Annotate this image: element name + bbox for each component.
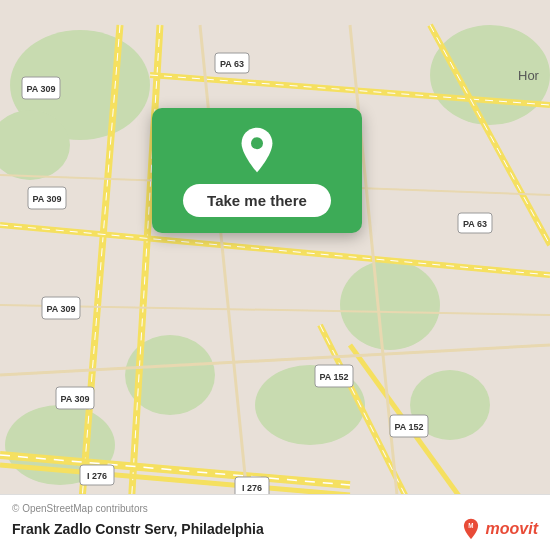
svg-text:PA 309: PA 309	[46, 304, 75, 314]
svg-text:PA 309: PA 309	[32, 194, 61, 204]
svg-text:PA 152: PA 152	[319, 372, 348, 382]
take-me-there-button[interactable]: Take me there	[183, 184, 331, 217]
svg-line-24	[0, 345, 550, 375]
svg-text:I 276: I 276	[242, 483, 262, 493]
svg-text:PA 309: PA 309	[26, 84, 55, 94]
map-svg: PA 309 PA 309 PA 309 PA 309 PA 63 PA 63 …	[0, 0, 550, 550]
moovit-logo: M moovit	[460, 518, 538, 540]
svg-text:I 276: I 276	[87, 471, 107, 481]
svg-point-3	[340, 260, 440, 350]
moovit-icon: M	[460, 518, 482, 540]
map-attribution: © OpenStreetMap contributors	[12, 503, 538, 514]
svg-line-25	[200, 25, 250, 525]
svg-text:PA 309: PA 309	[60, 394, 89, 404]
svg-text:Hor: Hor	[518, 68, 540, 83]
location-card: Take me there	[152, 108, 362, 233]
map-pin-icon	[233, 126, 281, 174]
svg-text:PA 63: PA 63	[463, 219, 487, 229]
business-name: Frank Zadlo Constr Serv, Philadelphia	[12, 521, 264, 537]
svg-line-28	[0, 305, 550, 315]
svg-text:PA 63: PA 63	[220, 59, 244, 69]
svg-text:M: M	[468, 522, 473, 529]
bottom-bar: © OpenStreetMap contributors Frank Zadlo…	[0, 494, 550, 550]
svg-point-50	[251, 137, 263, 149]
moovit-text: moovit	[486, 520, 538, 538]
svg-text:PA 152: PA 152	[394, 422, 423, 432]
map-container: PA 309 PA 309 PA 309 PA 309 PA 63 PA 63 …	[0, 0, 550, 550]
